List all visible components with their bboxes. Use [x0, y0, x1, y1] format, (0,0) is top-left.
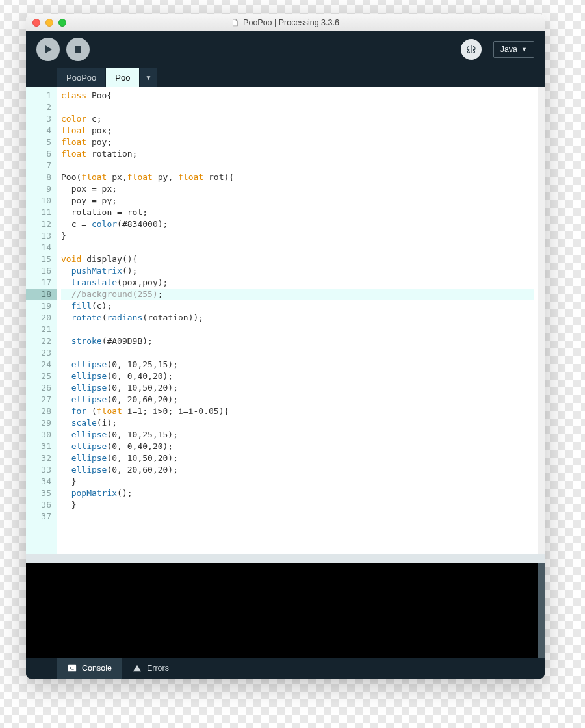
code-line[interactable]: color c; — [61, 113, 534, 125]
console-icon — [68, 664, 77, 673]
code-line[interactable]: c = color(#834000); — [61, 218, 534, 230]
debug-button[interactable] — [461, 39, 482, 60]
code-line[interactable] — [61, 101, 534, 113]
console-scrollbar[interactable] — [538, 563, 545, 658]
warning-icon — [133, 664, 142, 673]
code-line[interactable]: //background(255); — [61, 289, 534, 300]
language-select[interactable]: Java ▼ — [493, 41, 534, 58]
titlebar: PooPoo | Processing 3.3.6 — [26, 14, 545, 31]
code-line[interactable]: translate(pox,poy); — [61, 277, 534, 289]
code-line[interactable] — [61, 511, 534, 523]
code-line[interactable]: scale(i); — [61, 417, 534, 429]
tab-poo[interactable]: Poo — [106, 68, 140, 87]
code-line[interactable]: float poy; — [61, 136, 534, 148]
code-line[interactable] — [61, 242, 534, 254]
code-line[interactable]: } — [61, 499, 534, 511]
code-line[interactable]: void display(){ — [61, 254, 534, 265]
resize-handle[interactable] — [26, 554, 545, 563]
run-button[interactable] — [36, 38, 60, 61]
code-line[interactable]: Poo(float px,float py, float rot){ — [61, 172, 534, 183]
stop-icon — [73, 44, 83, 55]
code-line[interactable]: ellipse(0,-10,25,15); — [61, 429, 534, 441]
code-line[interactable]: stroke(#A09D9B); — [61, 335, 534, 347]
window-title: PooPoo | Processing 3.3.6 — [26, 18, 545, 27]
tab-poopoo[interactable]: PooPoo — [57, 68, 106, 87]
editor-scrollbar[interactable] — [538, 87, 545, 554]
code-line[interactable]: ellipse(0, 0,40,20); — [61, 370, 534, 382]
console-output[interactable] — [26, 563, 538, 658]
stop-button[interactable] — [66, 38, 90, 61]
code-line[interactable] — [61, 347, 534, 359]
svg-rect-0 — [75, 46, 81, 53]
code-line[interactable]: fill(c); — [61, 300, 534, 312]
bottom-bar: Console Errors — [26, 658, 545, 679]
code-area[interactable]: class Poo{color c;float pox;float poy;fl… — [57, 87, 538, 554]
console-tab[interactable]: Console — [57, 658, 122, 679]
document-icon — [231, 19, 239, 27]
code-line[interactable]: class Poo{ — [61, 90, 534, 101]
code-line[interactable]: float rotation; — [61, 148, 534, 160]
code-line[interactable]: ellipse(0, 10,50,20); — [61, 382, 534, 394]
code-line[interactable]: ellipse(0, 10,50,20); — [61, 452, 534, 464]
code-line[interactable]: rotate(radians(rotation)); — [61, 312, 534, 324]
svg-rect-1 — [68, 665, 76, 672]
code-line[interactable] — [61, 324, 534, 335]
code-line[interactable]: for (float i=1; i>0; i=i-0.05){ — [61, 406, 534, 417]
code-line[interactable]: poy = py; — [61, 195, 534, 207]
butterfly-icon — [465, 44, 477, 55]
code-line[interactable]: pox = px; — [61, 183, 534, 195]
tab-row: PooPoo Poo ▼ — [26, 68, 545, 87]
code-line[interactable]: popMatrix(); — [61, 488, 534, 499]
code-line[interactable]: } — [61, 476, 534, 488]
toolbar: Java ▼ — [26, 31, 545, 68]
code-line[interactable]: float pox; — [61, 125, 534, 136]
play-icon — [43, 44, 53, 55]
code-line[interactable]: ellipse(0, 20,60,20); — [61, 464, 534, 476]
code-line[interactable]: pushMatrix(); — [61, 265, 534, 277]
app-content: Java ▼ PooPoo Poo ▼ 12345678910111213141… — [26, 31, 545, 679]
code-line[interactable]: } — [61, 230, 534, 242]
code-line[interactable]: ellipse(0, 0,40,20); — [61, 441, 534, 452]
errors-tab[interactable]: Errors — [122, 658, 179, 679]
app-window: PooPoo | Processing 3.3.6 Java ▼ PooPoo — [26, 14, 545, 679]
editor: 1234567891011121314151617181920212223242… — [26, 87, 545, 554]
code-line[interactable]: ellipse(0, 20,60,20); — [61, 394, 534, 406]
code-line[interactable] — [61, 160, 534, 172]
line-gutter: 1234567891011121314151617181920212223242… — [26, 87, 57, 554]
code-line[interactable]: ellipse(0,-10,25,15); — [61, 359, 534, 370]
tab-dropdown[interactable]: ▼ — [140, 68, 157, 87]
language-label: Java — [500, 45, 517, 54]
chevron-down-icon: ▼ — [521, 46, 527, 53]
code-line[interactable]: rotation = rot; — [61, 207, 534, 218]
